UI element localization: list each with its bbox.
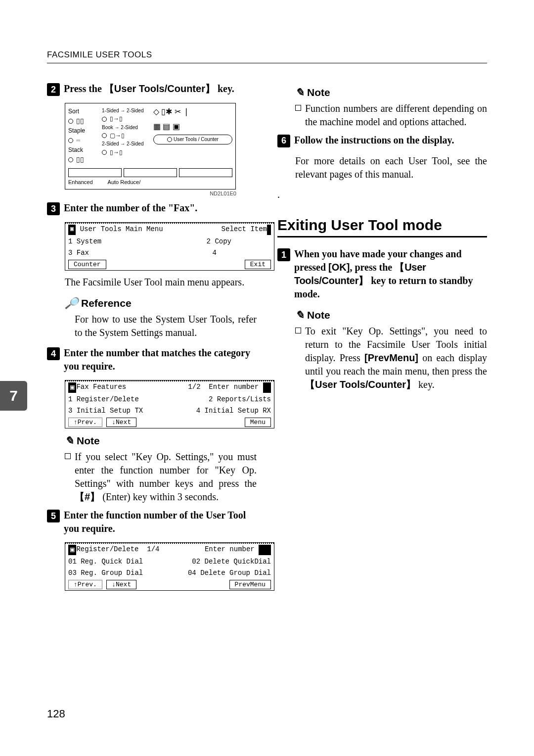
note-4-item: If you select "Key Op. Settings," you mu… xyxy=(65,450,257,504)
exit-step-1: 1 When you have made your changes and pr… xyxy=(277,247,487,301)
note-heading-right-bottom: ✎ Note xyxy=(295,308,487,323)
step-number-4: 4 xyxy=(47,347,60,360)
bullet-icon xyxy=(295,105,301,111)
lcd-register-delete: ▣Register/Delete 1/4Enter number 01 Reg.… xyxy=(65,542,274,591)
pencil-icon: ✎ xyxy=(65,433,74,448)
operation-panel-figure: Sort ▯▯ Staple ⎓ Stack ▯▯ 1-Sided → 2-Si… xyxy=(65,103,236,189)
step-6: 6 Follow the instructions on the display… xyxy=(277,134,487,147)
step-5-text: Enter the function number of the User To… xyxy=(64,509,257,535)
stray-dot: . xyxy=(277,188,487,201)
panel-top-icons: ◇ ▯✱ ✂ ❘ xyxy=(153,106,232,117)
step-3-text: Enter the number of the "Fax". xyxy=(64,201,197,215)
step-6-body: For more details on each User Tool, see … xyxy=(295,154,487,181)
lcd-fax-features: ▣Fax Features1/2 Enter number 1 Register… xyxy=(65,380,274,428)
pencil-icon: ✎ xyxy=(295,308,304,323)
panel-mid-icons: ▦ ▤ ▣ xyxy=(153,121,232,132)
note-heading-right-top: ✎ Note xyxy=(295,85,487,100)
reference-body: For how to use the System User Tools, re… xyxy=(75,313,257,339)
step-number-2: 2 xyxy=(47,83,60,96)
left-column: 2 Press the 【User Tools/Counter】 key. So… xyxy=(47,82,257,596)
step-2: 2 Press the 【User Tools/Counter】 key. xyxy=(47,82,257,96)
step-4: 4 Enter the number that matches the cate… xyxy=(47,346,257,373)
lcd-main-menu: ▣ User Tools Main MenuSelect Item 1 Syst… xyxy=(65,222,274,271)
step-number-3: 3 xyxy=(47,202,60,215)
note-heading-left: ✎ Note xyxy=(65,433,257,448)
note-exit-item: To exit "Key Op. Settings", you need to … xyxy=(295,325,487,391)
exit-step-number-1: 1 xyxy=(277,248,290,261)
exit-step-1-text: When you have made your changes and pres… xyxy=(294,247,487,301)
step-3: 3 Enter the number of the "Fax". xyxy=(47,201,257,215)
bullet-icon xyxy=(65,453,71,459)
pencil-icon: ✎ xyxy=(295,85,304,100)
chapter-tab: 7 xyxy=(0,381,27,411)
step-5: 5 Enter the function number of the User … xyxy=(47,509,257,535)
step-2-text: Press the 【User Tools/Counter】 key. xyxy=(64,82,234,95)
note-top-item: Function numbers are different depending… xyxy=(295,102,487,129)
step-number-5: 5 xyxy=(47,510,60,522)
magnifier-icon: 🔎 xyxy=(65,296,78,311)
step-6-text: Follow the instructions on the display. xyxy=(294,134,454,147)
page-header: FACSIMILE USER TOOLS xyxy=(47,49,487,63)
section-exiting-title: Exiting User Tool mode xyxy=(277,215,487,238)
step-3-body: The Facsimile User Tool main menu appear… xyxy=(65,276,257,289)
right-column: ✎ Note Function numbers are different de… xyxy=(277,82,487,596)
reference-heading: 🔎 Reference xyxy=(65,296,257,311)
bullet-icon xyxy=(295,328,301,333)
step-4-text: Enter the number that matches the catego… xyxy=(64,346,257,373)
step-number-6: 6 xyxy=(277,135,290,147)
page-number: 128 xyxy=(47,707,65,721)
panel-code: ND2L01E0 xyxy=(210,190,236,197)
